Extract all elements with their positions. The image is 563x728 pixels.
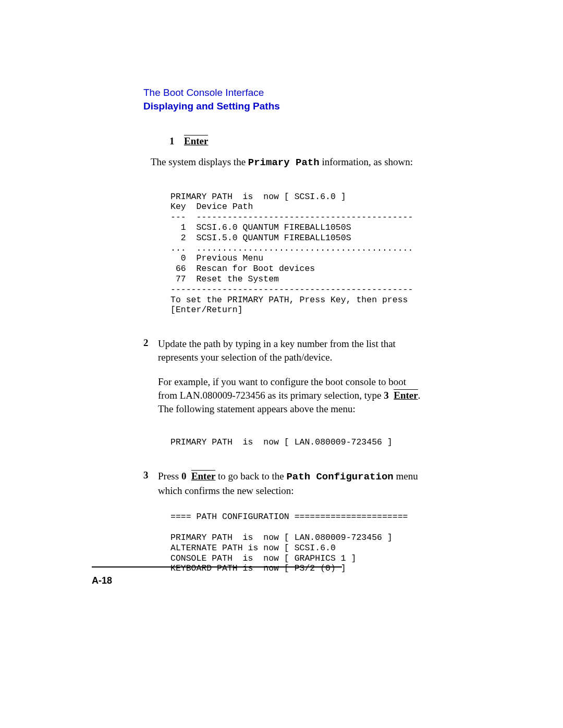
step2-para2: For example, if you want to configure th… (158, 375, 427, 415)
path-config-label: Path Configuration (286, 471, 393, 483)
code-block-2: PRIMARY PATH is now [ LAN.080009-723456 … (170, 437, 427, 448)
step1-intro: The system displays the Primary Path inf… (151, 155, 427, 170)
step2-para1: Update the path by typing in a key numbe… (158, 337, 427, 364)
code-block-1: PRIMARY PATH is now [ SCSI.6.0 ] Key Dev… (170, 192, 427, 316)
enter-key-label: Enter (191, 470, 215, 482)
step-2: 2 Update the path by typing in a key num… (143, 337, 427, 415)
step-1: 1 Enter (169, 134, 427, 148)
text: The system displays the (151, 156, 248, 167)
footer-rule (92, 566, 342, 567)
step-number: 3 (143, 470, 149, 481)
breadcrumb: The Boot Console Interface Displaying an… (143, 86, 427, 113)
chapter-title: The Boot Console Interface (143, 86, 427, 100)
step3-para: Press 0 Enter to go back to the Path Con… (158, 470, 427, 497)
text: information, as shown: (320, 156, 413, 167)
section-title: Displaying and Setting Paths (143, 100, 427, 113)
page: The Boot Console Interface Displaying an… (0, 0, 563, 728)
step-number: 2 (143, 337, 149, 349)
enter-key-label: Enter (184, 135, 208, 146)
text: Press (158, 471, 181, 482)
step-number: 1 (169, 134, 175, 148)
page-number: A-18 (92, 575, 112, 586)
text: to go back to the (215, 471, 286, 482)
code-block-3: ==== PATH CONFIGURATION ================… (170, 512, 427, 574)
enter-key-label: Enter (394, 389, 418, 401)
key-3: 3 (384, 390, 389, 401)
primary-path-label: Primary Path (248, 157, 320, 168)
text: For example, if you want to configure th… (158, 376, 406, 401)
key-0: 0 (181, 471, 187, 482)
steps: 1 Enter (143, 134, 427, 148)
step-3: 3 Press 0 Enter to go back to the Path C… (143, 470, 427, 497)
